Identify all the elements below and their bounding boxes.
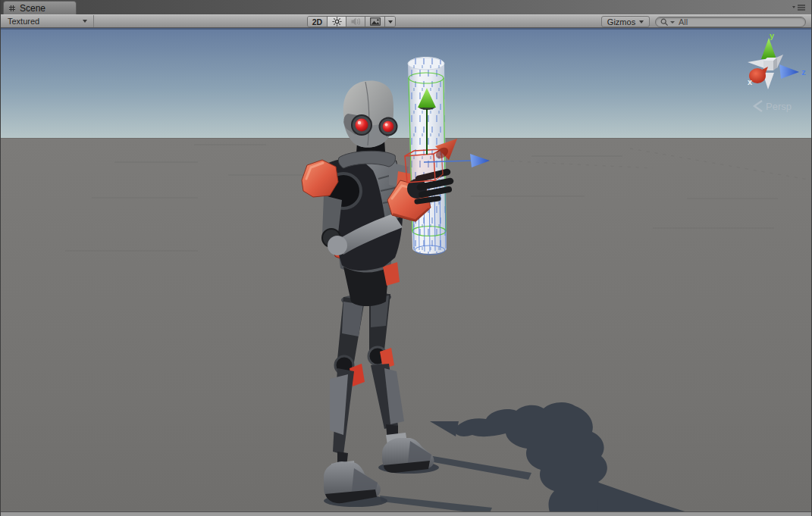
viewport-sky (1, 28, 811, 138)
scene-view-panel: Scene Textured 2D (0, 0, 812, 516)
dropdown-arrow-icon (83, 20, 87, 23)
scene-toolbar: Textured 2D (1, 14, 811, 28)
view-toggle-group: 2D (307, 16, 396, 27)
toggle-2d-button[interactable]: 2D (308, 17, 328, 27)
viewport-top-shadow (1, 28, 811, 30)
tab-scene-label: Scene (20, 3, 45, 14)
scene-viewport[interactable] (1, 28, 811, 511)
scene-search-field[interactable] (655, 17, 806, 27)
grid-icon (8, 5, 16, 12)
tab-bar: Scene (1, 0, 811, 14)
tab-scene[interactable]: Scene (3, 1, 77, 14)
speaker-icon (351, 17, 361, 26)
render-mode-dropdown[interactable]: Textured (2, 15, 94, 27)
audio-toggle[interactable] (346, 17, 365, 27)
search-filter-arrow-icon (670, 21, 675, 23)
panel-menu-icon (792, 5, 806, 11)
magnifier-icon (660, 18, 669, 27)
search-input[interactable] (676, 17, 801, 27)
dropdown-arrow-icon (388, 20, 393, 23)
panel-menu-button[interactable] (792, 5, 806, 11)
gizmos-label: Gizmos (607, 17, 635, 27)
dropdown-arrow-icon (639, 20, 644, 23)
scene-lighting-toggle[interactable] (328, 17, 346, 27)
render-mode-label: Textured (8, 15, 39, 27)
window-bottom-strip (1, 512, 811, 516)
sun-icon (332, 17, 342, 27)
viewport-ground-plane (1, 138, 811, 511)
gizmos-dropdown[interactable]: Gizmos (601, 16, 650, 27)
image-icon (370, 17, 381, 26)
effects-dropdown-button[interactable] (385, 17, 395, 27)
toggle-2d-label: 2D (312, 17, 322, 27)
effects-toggle[interactable] (365, 17, 385, 27)
